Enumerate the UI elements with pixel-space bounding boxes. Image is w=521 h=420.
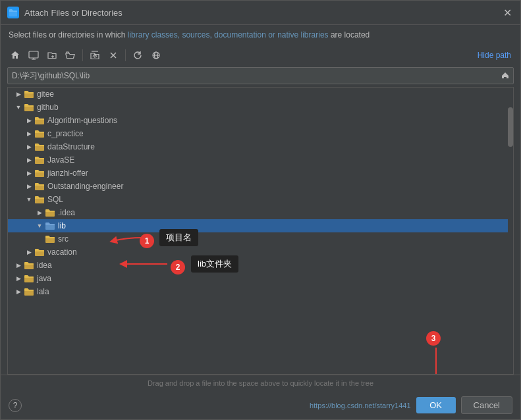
toggle-java[interactable] bbox=[13, 273, 24, 284]
ok-button[interactable]: OK bbox=[416, 397, 456, 413]
tree-item-datastructure[interactable]: dataStructure bbox=[8, 140, 513, 153]
folder-icon-cpractice bbox=[34, 128, 45, 139]
dialog-icon bbox=[7, 7, 19, 18]
toggle-lala[interactable] bbox=[13, 286, 24, 297]
folder-icon-algorithm bbox=[34, 115, 45, 126]
subtitle-text: Select files or directories in which lib… bbox=[1, 25, 520, 45]
label-sql: SQL bbox=[47, 195, 63, 204]
path-input[interactable] bbox=[8, 68, 497, 83]
toolbar: Hide path bbox=[1, 45, 520, 66]
label-vacation: vacation bbox=[47, 248, 77, 257]
tree-item-cpractice[interactable]: c_practice bbox=[8, 127, 513, 140]
hide-path-button[interactable]: Hide path bbox=[475, 49, 514, 61]
folder-icon-src bbox=[45, 234, 55, 244]
separator-2 bbox=[125, 49, 126, 61]
annotation-3: 3 bbox=[426, 331, 441, 346]
annotation-1: 1 bbox=[140, 234, 154, 248]
toggle-gitee[interactable] bbox=[13, 89, 24, 99]
tooltip-2: lib文件夹 bbox=[191, 255, 238, 273]
toggle-outstanding[interactable] bbox=[24, 181, 34, 192]
home-button[interactable] bbox=[7, 47, 23, 63]
label-java: java bbox=[37, 274, 51, 283]
dialog-title: Attach Files or Directories bbox=[24, 8, 495, 18]
toolbar-left bbox=[7, 47, 164, 63]
open-folder-button[interactable] bbox=[63, 47, 78, 63]
label-datastructure: dataStructure bbox=[47, 142, 95, 151]
folder-icon-lib bbox=[45, 221, 55, 231]
tree-item-src[interactable]: src bbox=[8, 232, 513, 246]
tree-item-idea[interactable]: idea bbox=[8, 259, 513, 272]
svg-rect-1 bbox=[29, 51, 38, 58]
annotation-2: 2 bbox=[171, 260, 185, 275]
path-bar bbox=[7, 67, 514, 84]
url-text: https://blog.csdn.net/starry1441 bbox=[310, 402, 410, 409]
folder-icon-datastructure bbox=[34, 142, 45, 152]
toggle-github[interactable] bbox=[13, 102, 24, 113]
folder-icon-java bbox=[24, 273, 34, 284]
network-button[interactable] bbox=[148, 47, 164, 63]
tree-item-lib[interactable]: lib bbox=[8, 219, 513, 232]
tree-item-idea-sub[interactable]: .idea bbox=[8, 206, 513, 219]
label-cpractice: c_practice bbox=[47, 129, 84, 138]
desktop-button[interactable] bbox=[26, 47, 41, 63]
file-tree: gitee github Algorithm-questions c_pract… bbox=[7, 87, 514, 375]
toggle-jianzhi[interactable] bbox=[24, 168, 34, 178]
toggle-idea[interactable] bbox=[13, 260, 24, 271]
bottom-bar: ? https://blog.csdn.net/starry1441 OK Ca… bbox=[1, 391, 520, 419]
label-idea-sub: .idea bbox=[58, 208, 75, 217]
scrollbar-thumb[interactable] bbox=[508, 107, 513, 147]
folder-icon-vacation bbox=[34, 247, 45, 257]
folder-icon-idea-sub bbox=[45, 207, 55, 218]
label-gitee: gitee bbox=[37, 90, 54, 99]
new-folder-button[interactable] bbox=[44, 47, 60, 63]
separator-1 bbox=[82, 49, 83, 61]
tree-item-sql[interactable]: SQL bbox=[8, 193, 513, 206]
tree-item-javase[interactable]: JavaSE bbox=[8, 153, 513, 167]
label-idea: idea bbox=[37, 261, 52, 270]
tree-item-lala[interactable]: lala bbox=[8, 285, 513, 298]
toggle-javase[interactable] bbox=[24, 155, 34, 165]
folder-icon-sql bbox=[34, 194, 45, 205]
delete-button[interactable] bbox=[105, 47, 121, 63]
toggle-lib[interactable] bbox=[34, 221, 45, 231]
tree-item-outstanding[interactable]: Outstanding-engineer bbox=[8, 180, 513, 193]
title-bar: Attach Files or Directories ✕ bbox=[1, 1, 520, 25]
close-button[interactable]: ✕ bbox=[501, 6, 514, 19]
bottom-right: https://blog.csdn.net/starry1441 OK Canc… bbox=[310, 396, 512, 414]
browse-icon[interactable] bbox=[497, 68, 513, 84]
label-jianzhi: jianzhi-offer bbox=[47, 169, 88, 178]
cancel-button[interactable]: Cancel bbox=[461, 396, 512, 414]
tree-item-github[interactable]: github bbox=[8, 101, 513, 114]
tooltip-1: 项目名 bbox=[159, 229, 198, 246]
label-src: src bbox=[58, 234, 69, 244]
drop-hint: Drag and drop a file into the space abov… bbox=[1, 375, 520, 391]
toggle-src bbox=[34, 234, 45, 244]
toggle-vacation[interactable] bbox=[24, 247, 34, 257]
help-button[interactable]: ? bbox=[9, 399, 22, 412]
tree-item-jianzhi[interactable]: jianzhi-offer bbox=[8, 167, 513, 180]
label-github: github bbox=[37, 103, 59, 112]
folder-icon-lala bbox=[24, 286, 34, 297]
scrollbar-track[interactable] bbox=[508, 88, 513, 374]
toggle-datastructure[interactable] bbox=[24, 142, 34, 152]
folder-icon-gitee bbox=[24, 89, 34, 99]
toggle-sql[interactable] bbox=[24, 194, 34, 205]
refresh-button[interactable] bbox=[130, 47, 146, 63]
folder-icon-github bbox=[24, 102, 34, 113]
tree-item-java[interactable]: java bbox=[8, 272, 513, 285]
tree-item-vacation[interactable]: vacation bbox=[8, 246, 513, 259]
label-lib: lib bbox=[58, 221, 66, 230]
folder-icon-jianzhi bbox=[34, 168, 45, 178]
toggle-algorithm[interactable] bbox=[24, 115, 34, 126]
label-algorithm: Algorithm-questions bbox=[47, 116, 117, 125]
up-button[interactable] bbox=[87, 47, 103, 63]
attach-files-dialog: Attach Files or Directories ✕ Select fil… bbox=[0, 0, 521, 420]
label-lala: lala bbox=[37, 287, 49, 296]
tree-item-gitee[interactable]: gitee bbox=[8, 88, 513, 101]
toggle-cpractice[interactable] bbox=[24, 128, 34, 139]
label-outstanding: Outstanding-engineer bbox=[47, 182, 123, 191]
label-javase: JavaSE bbox=[47, 155, 74, 165]
toggle-idea-sub[interactable] bbox=[34, 207, 45, 218]
tree-item-algorithm[interactable]: Algorithm-questions bbox=[8, 114, 513, 127]
folder-icon-outstanding bbox=[34, 181, 45, 192]
